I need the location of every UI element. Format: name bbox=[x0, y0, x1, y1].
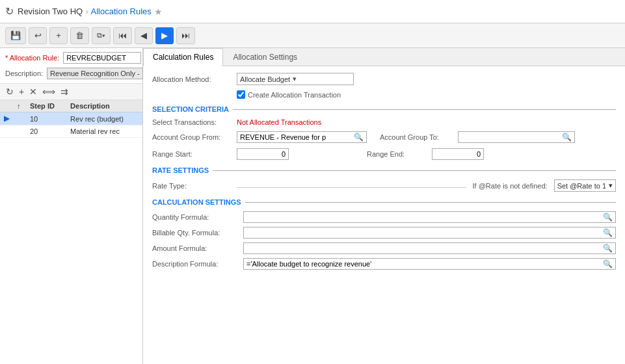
col-sort[interactable]: ↑ bbox=[13, 100, 26, 112]
allocation-method-row: Allocation Method: Allocate Budget ▾ bbox=[152, 73, 616, 85]
amount-formula-search-icon[interactable]: 🔍 bbox=[603, 244, 613, 253]
section-divider bbox=[213, 170, 616, 171]
billable-qty-formula-row: Billable Qty. Formula: 🔍 bbox=[152, 227, 616, 239]
steps-table-container: ↑ Step ID Description ▶ 10 Rev rec (budg… bbox=[0, 100, 142, 364]
quantity-formula-label: Quantity Formula: bbox=[152, 213, 243, 221]
row-up bbox=[13, 125, 26, 138]
row-step-id: 20 bbox=[26, 125, 66, 138]
billable-qty-search-icon[interactable]: 🔍 bbox=[603, 228, 613, 237]
delete-button[interactable]: 🗑 bbox=[70, 27, 89, 44]
billable-qty-formula-field[interactable]: 🔍 bbox=[243, 227, 616, 239]
amount-formula-input[interactable] bbox=[246, 244, 603, 252]
left-resize-button[interactable]: ⟺ bbox=[40, 86, 57, 98]
section-divider bbox=[233, 109, 616, 110]
range-row: Range Start: Range End: bbox=[152, 148, 616, 160]
left-delete-button[interactable]: ✕ bbox=[27, 86, 39, 98]
range-end-label: Range End: bbox=[367, 150, 432, 158]
amount-formula-label: Amount Formula: bbox=[152, 244, 243, 252]
top-bar: ↻ Revision Two HQ › Allocation Rules ★ bbox=[0, 0, 625, 23]
first-button[interactable]: ⏮ bbox=[113, 27, 132, 44]
copy-button[interactable]: ⧉▾ bbox=[92, 27, 111, 44]
right-panel: Calculation Rules Allocation Settings Al… bbox=[143, 48, 625, 364]
allocation-method-value: Allocate Budget bbox=[240, 75, 290, 83]
tab-calculation-rules[interactable]: Calculation Rules bbox=[143, 48, 223, 66]
amount-formula-field[interactable]: 🔍 bbox=[243, 242, 616, 254]
last-button[interactable]: ⏭ bbox=[176, 27, 195, 44]
row-step-id: 10 bbox=[26, 112, 66, 125]
steps-table: ↑ Step ID Description ▶ 10 Rev rec (budg… bbox=[0, 100, 142, 138]
row-indicator bbox=[0, 125, 13, 138]
section-divider bbox=[245, 202, 616, 203]
account-group-to-input[interactable] bbox=[461, 133, 562, 141]
allocation-method-label: Allocation Method: bbox=[152, 75, 237, 83]
select-transactions-row: Select Transactions: Not Allocated Trans… bbox=[152, 118, 616, 126]
quantity-formula-row: Quantity Formula: 🔍 bbox=[152, 211, 616, 223]
add-button[interactable]: + bbox=[49, 27, 68, 44]
alloc-rule-label: * Allocation Rule: bbox=[5, 54, 59, 62]
account-group-from-field[interactable]: 🔍 bbox=[237, 131, 367, 143]
description-formula-input[interactable] bbox=[246, 260, 603, 268]
app-name: Revision Two HQ bbox=[18, 6, 83, 16]
account-group-row: Account Group From: 🔍 Account Group To: … bbox=[152, 131, 616, 143]
undo-button[interactable]: ↩ bbox=[29, 27, 47, 44]
quantity-formula-input[interactable] bbox=[246, 213, 603, 221]
quantity-formula-search-icon[interactable]: 🔍 bbox=[603, 213, 613, 222]
alloc-rule-input[interactable] bbox=[63, 52, 141, 64]
create-alloc-label: Create Allocation Transaction bbox=[248, 91, 341, 99]
col-description[interactable]: Description bbox=[66, 100, 142, 112]
range-end-input[interactable] bbox=[432, 148, 484, 160]
row-indicator: ▶ bbox=[0, 112, 13, 125]
tab-bar: Calculation Rules Allocation Settings bbox=[143, 48, 625, 66]
main-toolbar: 💾 ↩ + 🗑 ⧉▾ ⏮ ◀ ▶ ⏭ bbox=[0, 23, 625, 48]
left-panel: * Allocation Rule: 🔍 Description: ↻ + ✕ … bbox=[0, 48, 143, 364]
account-group-from-search-icon[interactable]: 🔍 bbox=[354, 133, 364, 142]
left-expand-button[interactable]: ⇉ bbox=[59, 86, 70, 98]
row-description: Rev rec (budget) bbox=[66, 112, 142, 125]
save-button[interactable]: 💾 bbox=[5, 27, 26, 44]
description-formula-row: Description Formula: 🔍 bbox=[152, 258, 616, 270]
next-button[interactable]: ▶ bbox=[155, 27, 174, 44]
refresh-icon[interactable]: ↻ bbox=[5, 5, 14, 18]
if-rate-dropdown[interactable]: Set @Rate to 1 ▾ bbox=[554, 179, 616, 192]
if-rate-value: Set @Rate to 1 bbox=[557, 182, 606, 190]
col-indicator bbox=[0, 100, 13, 112]
account-group-from-input[interactable] bbox=[240, 133, 354, 141]
description-formula-search-icon[interactable]: 🔍 bbox=[603, 259, 613, 268]
desc-label: Description: bbox=[5, 70, 43, 77]
table-row[interactable]: ▶ 10 Rev rec (budget) bbox=[0, 112, 142, 125]
left-panel-header: * Allocation Rule: 🔍 Description: bbox=[0, 48, 142, 84]
quantity-formula-field[interactable]: 🔍 bbox=[243, 211, 616, 223]
range-start-input[interactable] bbox=[237, 148, 289, 160]
desc-input[interactable] bbox=[47, 68, 143, 79]
account-group-from-label: Account Group From: bbox=[152, 133, 237, 141]
billable-qty-formula-input[interactable] bbox=[246, 229, 603, 237]
account-group-to-search-icon[interactable]: 🔍 bbox=[562, 133, 572, 142]
left-add-button[interactable]: + bbox=[17, 86, 26, 98]
calculation-settings-section: CALCULATION SETTINGS bbox=[152, 198, 616, 206]
rate-settings-row: Rate Type: If @Rate is not defined: Set … bbox=[152, 179, 616, 192]
desc-row: Description: bbox=[5, 68, 137, 79]
create-alloc-row: Create Allocation Transaction bbox=[237, 90, 616, 99]
left-refresh-button[interactable]: ↻ bbox=[4, 86, 16, 98]
alloc-rule-row: * Allocation Rule: 🔍 bbox=[5, 52, 137, 64]
table-row[interactable]: 20 Material rev rec bbox=[0, 125, 142, 138]
col-step-id[interactable]: Step ID bbox=[26, 100, 66, 112]
rate-settings-section: RATE SETTINGS bbox=[152, 166, 616, 174]
rate-dropdown-arrow-icon: ▾ bbox=[609, 181, 613, 190]
selection-criteria-section: SELECTION CRITERIA bbox=[152, 105, 616, 113]
description-formula-field[interactable]: 🔍 bbox=[243, 258, 616, 270]
favorite-star-icon[interactable]: ★ bbox=[154, 6, 163, 17]
tab-content: Allocation Method: Allocate Budget ▾ Cre… bbox=[143, 66, 625, 364]
account-group-to-field[interactable]: 🔍 bbox=[458, 131, 575, 143]
prev-button[interactable]: ◀ bbox=[135, 27, 153, 44]
page-title: Allocation Rules bbox=[91, 6, 152, 16]
rate-settings-title: RATE SETTINGS bbox=[152, 166, 209, 174]
allocation-method-select[interactable]: Allocate Budget ▾ bbox=[237, 73, 354, 85]
tab-allocation-settings[interactable]: Allocation Settings bbox=[223, 48, 307, 66]
breadcrumb-separator: › bbox=[85, 6, 88, 16]
row-description: Material rev rec bbox=[66, 125, 142, 138]
create-alloc-checkbox[interactable] bbox=[237, 90, 245, 99]
calculation-settings-title: CALCULATION SETTINGS bbox=[152, 198, 241, 206]
row-up bbox=[13, 112, 26, 125]
dropdown-arrow-icon: ▾ bbox=[293, 75, 297, 83]
